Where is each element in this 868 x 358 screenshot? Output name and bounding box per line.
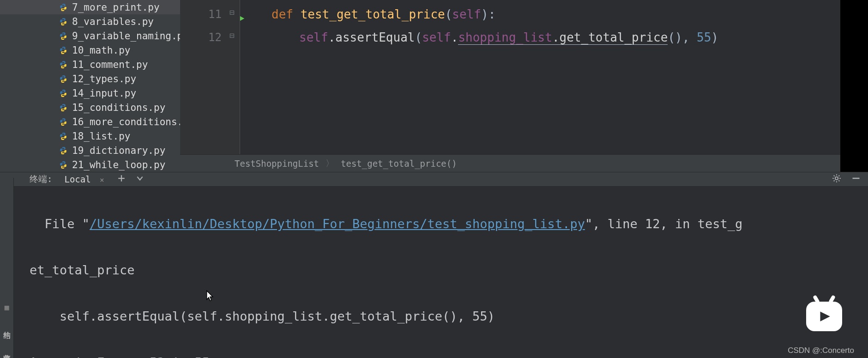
python-file-icon <box>59 146 67 155</box>
terminal-text: et_total_price <box>30 259 868 282</box>
project-sidebar[interactable]: 7_more_print.py 8_variables.py 9_variabl… <box>0 0 180 172</box>
file-name: 11_comment.py <box>72 59 148 70</box>
editor-pane: 11 12 ⊟ ⊟ def test_get_total_price(self)… <box>180 0 868 172</box>
ide-window: 7_more_print.py 8_variables.py 9_variabl… <box>0 0 868 358</box>
structure-tool-icon[interactable]: ▦ <box>5 303 9 312</box>
python-file-icon <box>59 161 67 169</box>
svg-point-0 <box>835 177 838 180</box>
left-tool-strip: ▦ 结构 收藏夹 <box>0 178 14 358</box>
dot: . <box>328 30 336 44</box>
file-tree-item[interactable]: 12_types.py <box>0 72 180 86</box>
python-file-icon <box>59 46 67 55</box>
paren-close: ): <box>481 7 495 21</box>
python-file-icon <box>59 18 67 26</box>
close-tab-icon[interactable]: × <box>100 176 104 184</box>
file-tree-item[interactable]: 10_math.py <box>0 43 180 57</box>
python-file-icon <box>59 132 67 140</box>
file-path-link[interactable]: /Users/kexinlin/Desktop/Python_For_Begin… <box>90 217 585 231</box>
terminal-text: self.assertEqual(self.shopping_list.get_… <box>30 305 868 328</box>
assert-call: assertEqual <box>335 30 415 44</box>
attr-shopping-list: shopping_list <box>458 30 552 45</box>
file-tree-item[interactable]: 21_while_loop.py <box>0 158 180 172</box>
line-number[interactable]: 11 <box>180 3 228 26</box>
keyword-def: def <box>271 7 293 21</box>
file-name: 15_conditions.py <box>72 102 165 113</box>
function-name: test_get_total_price <box>301 7 445 21</box>
terminal-tab-local[interactable]: Local × <box>60 172 108 186</box>
python-file-icon <box>59 89 67 97</box>
dot: . <box>552 30 560 45</box>
self-ref: self <box>299 30 328 44</box>
watermark-text: CSDN @:Concerto <box>788 346 854 355</box>
python-file-icon <box>59 103 67 112</box>
self-ref: self <box>422 30 451 44</box>
fold-minus-icon[interactable]: ⊟ <box>229 30 235 40</box>
file-tree-item[interactable]: 8_variables.py <box>0 14 180 29</box>
chevron-down-icon[interactable] <box>136 174 144 184</box>
file-name: 7_more_print.py <box>72 2 160 13</box>
file-name: 12_types.py <box>72 73 136 85</box>
file-name: 14_input.py <box>72 88 136 99</box>
file-name: 18_list.py <box>72 131 130 142</box>
breadcrumb-separator-icon: 〉 <box>326 158 334 170</box>
terminal-text: AssertionError: 53 != 55 <box>30 351 868 358</box>
python-file-icon <box>59 61 67 69</box>
code-editor[interactable]: 11 12 ⊟ ⊟ def test_get_total_price(self)… <box>180 0 868 154</box>
fold-column[interactable]: ⊟ ⊟ <box>228 0 240 154</box>
top-pane: 7_more_print.py 8_variables.py 9_variabl… <box>0 0 868 172</box>
terminal-tabbar: 终端: Local × <box>0 172 868 187</box>
file-tree-item[interactable]: 11_comment.py <box>0 57 180 72</box>
line-number-text: 11 <box>208 8 222 21</box>
file-tree: 7_more_print.py 8_variables.py 9_variabl… <box>0 0 180 172</box>
terminal-text: ", line 12, in test_g <box>585 217 742 231</box>
minimize-icon[interactable] <box>851 174 861 185</box>
python-file-icon <box>59 3 67 12</box>
bilibili-logo-icon <box>806 302 842 331</box>
self-param: self <box>452 7 481 21</box>
python-file-icon <box>59 118 67 126</box>
file-name: 9_variable_naming.py <box>72 30 180 42</box>
number-literal: 55 <box>697 30 711 44</box>
paren: ( <box>415 30 422 44</box>
breadcrumb-method[interactable]: test_get_total_price() <box>341 158 457 169</box>
terminal-output[interactable]: File "/Users/kexinlin/Desktop/Python_For… <box>0 187 868 358</box>
method-get-total: get_total_price <box>560 30 668 45</box>
file-tree-item[interactable]: 15_conditions.py <box>0 100 180 115</box>
python-file-icon <box>59 75 67 83</box>
file-tree-item[interactable]: 19_dictionary.py <box>0 143 180 158</box>
paren-close: ) <box>711 30 718 44</box>
gear-icon[interactable] <box>832 174 841 185</box>
file-tree-item[interactable]: 9_variable_naming.py <box>0 29 180 43</box>
file-tree-item[interactable]: 18_list.py <box>0 129 180 143</box>
call-close: (), <box>668 30 697 44</box>
breadcrumb[interactable]: TestShoppingList 〉 test_get_total_price(… <box>180 154 868 172</box>
line-gutter[interactable]: 11 12 <box>180 0 228 154</box>
terminal-label: 终端: <box>30 173 52 185</box>
file-name: 19_dictionary.py <box>72 145 165 156</box>
right-black-edge <box>840 0 868 179</box>
file-tree-item[interactable]: 16_more_conditions.py <box>0 115 180 129</box>
terminal-tab-label: Local <box>64 174 90 184</box>
new-terminal-icon[interactable] <box>117 174 126 184</box>
file-name: 16_more_conditions.py <box>72 116 180 127</box>
terminal-text: File " <box>30 217 90 231</box>
code-content[interactable]: def test_get_total_price(self): self.ass… <box>240 0 868 154</box>
line-number[interactable]: 12 <box>180 26 228 49</box>
file-name: 10_math.py <box>72 45 130 56</box>
paren: ( <box>445 7 452 21</box>
dot: . <box>451 30 458 44</box>
fold-minus-icon[interactable]: ⊟ <box>229 7 235 17</box>
file-name: 21_while_loop.py <box>72 159 165 170</box>
breadcrumb-class[interactable]: TestShoppingList <box>235 158 319 169</box>
file-name: 8_variables.py <box>72 16 154 27</box>
file-tree-item[interactable]: 14_input.py <box>0 86 180 100</box>
file-tree-item[interactable]: 7_more_print.py <box>0 0 180 14</box>
line-number-text: 12 <box>208 31 222 44</box>
python-file-icon <box>59 32 67 40</box>
